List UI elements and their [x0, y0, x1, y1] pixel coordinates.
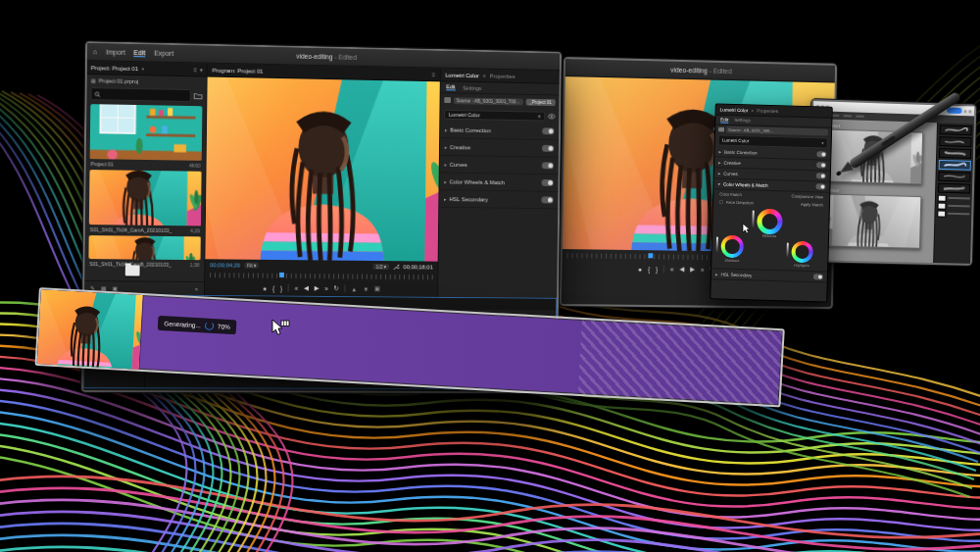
go-to-in-button[interactable]: « — [670, 266, 674, 273]
section-creative[interactable]: ▸ Creative — [440, 138, 559, 158]
midtones-wheel[interactable] — [757, 209, 783, 235]
resolution-dropdown[interactable]: 1/2 ▾ — [373, 264, 390, 270]
chevron-right-icon: ▸ — [715, 271, 718, 276]
toggle[interactable] — [542, 179, 554, 186]
section-color-wheels[interactable]: ▸ Color Wheels & Match — [439, 173, 558, 191]
panel-menu-icon[interactable]: ≡ — [432, 72, 435, 77]
brush-preset[interactable] — [939, 136, 971, 147]
toggle[interactable] — [542, 145, 554, 152]
fit-dropdown[interactable]: Fit ▾ — [244, 263, 259, 269]
search-input[interactable] — [90, 87, 190, 102]
menu-export[interactable]: Export — [154, 50, 173, 57]
tab-lumetri-color[interactable]: Lumetri Color — [446, 72, 479, 78]
media-thumbnail[interactable] — [89, 170, 202, 226]
shadows-slider[interactable] — [716, 236, 718, 252]
playhead[interactable] — [649, 253, 654, 258]
step-back-button[interactable]: ◀ — [679, 266, 684, 274]
home-icon[interactable]: ⌂ — [93, 48, 97, 55]
tab-lumetri-color[interactable]: Lumetri Color — [720, 107, 749, 113]
new-item-icon[interactable] — [125, 265, 140, 276]
go-to-in-button[interactable]: « — [295, 284, 299, 291]
lift-button[interactable]: ▲ — [351, 285, 357, 292]
layer-row[interactable] — [938, 203, 970, 210]
media-name[interactable]: S01_Sh01_Tk04_CamA_20210103_ — [90, 226, 172, 233]
shadows-wheel[interactable] — [720, 235, 744, 259]
toggle[interactable] — [813, 274, 823, 279]
tab-properties[interactable]: Properties — [490, 73, 515, 78]
list-view-icon[interactable]: ≡ — [193, 67, 197, 73]
brush-preset[interactable] — [940, 125, 972, 135]
brush-preset[interactable] — [939, 148, 971, 159]
extract-button[interactable]: ▼ — [363, 285, 368, 292]
brush-preset[interactable] — [938, 183, 970, 194]
current-timecode[interactable]: 00;00;04;29 — [210, 262, 240, 268]
tab-settings[interactable]: Settings — [463, 84, 481, 90]
toggle[interactable] — [542, 162, 554, 169]
add-marker-button[interactable]: ● — [263, 284, 267, 291]
folder-icon[interactable] — [194, 92, 203, 99]
add-marker-button[interactable]: ● — [638, 266, 642, 273]
tab-edit[interactable]: Edit — [720, 117, 728, 123]
highlights-slider[interactable] — [786, 242, 788, 257]
toggle[interactable] — [816, 174, 826, 179]
toggle[interactable] — [816, 163, 826, 169]
share-button[interactable] — [947, 108, 962, 114]
tab-program[interactable]: Program: Project 01 — [213, 67, 264, 74]
tab-edit[interactable]: Edit — [446, 83, 455, 90]
go-to-out-button[interactable]: » — [324, 285, 328, 292]
checkbox-icon[interactable]: ☐ — [719, 199, 723, 204]
chevron-right-icon: ▸ — [445, 144, 447, 150]
step-back-button[interactable]: ◀ — [304, 284, 309, 292]
layer-row[interactable] — [937, 210, 969, 217]
media-thumbnail[interactable] — [88, 235, 200, 260]
clip-icon — [718, 126, 724, 131]
menu-edit[interactable]: Edit — [133, 49, 145, 57]
play-button[interactable]: ▶ — [315, 284, 319, 292]
toggle[interactable] — [542, 127, 554, 134]
project-chip[interactable]: _Project 01 — [525, 98, 555, 105]
layer-row[interactable] — [938, 195, 970, 202]
play-button[interactable]: ▶ — [690, 266, 695, 274]
chevron-right-icon: ▸ — [718, 148, 721, 154]
tab-settings[interactable]: Settings — [734, 118, 751, 123]
project-file-label[interactable]: Project 01.prproj — [99, 77, 139, 84]
section-curves[interactable]: ▸ Curves — [440, 156, 559, 175]
section-basic-correction[interactable]: ▸ Basic Correction — [440, 122, 559, 141]
mark-out-button[interactable]: } — [280, 284, 282, 291]
face-detection-label[interactable]: Face Detection — [726, 199, 754, 205]
source-clip-label[interactable]: Source · AB_S001_S00... — [726, 126, 828, 136]
go-to-out-button[interactable]: » — [701, 266, 705, 273]
close-icon[interactable]: × — [195, 285, 199, 291]
export-frame-button[interactable]: ▣ — [374, 285, 380, 293]
preset-dropdown[interactable]: Lumetri Color ▾ — [444, 109, 545, 121]
tab-project[interactable]: Project: Project 01 — [91, 65, 138, 72]
loop-button[interactable]: ↻ — [333, 284, 338, 292]
media-name[interactable]: Project 01 — [91, 161, 114, 167]
menu-import[interactable]: Import — [106, 48, 125, 55]
apply-match-button[interactable]: Apply Match — [801, 201, 823, 207]
close-icon[interactable]: × — [141, 66, 145, 72]
toggle[interactable] — [541, 196, 553, 203]
wrench-icon[interactable] — [393, 264, 400, 271]
mark-in-button[interactable]: { — [272, 284, 274, 291]
tab-properties[interactable]: Properties — [757, 108, 778, 114]
mark-in-button[interactable]: { — [648, 266, 650, 273]
eye-icon[interactable] — [548, 113, 556, 119]
playhead[interactable] — [279, 273, 284, 277]
comparison-view-button[interactable]: Comparison View — [791, 193, 823, 199]
toggle[interactable] — [816, 152, 826, 158]
highlights-wheel[interactable] — [791, 241, 813, 264]
brush-preset[interactable] — [938, 172, 970, 182]
chevron-down-icon: ▾ — [384, 264, 387, 270]
section-hsl-secondary[interactable]: ▸ HSL Secondary — [439, 190, 558, 209]
chevron-down-icon[interactable]: ▾ — [200, 66, 203, 73]
storyboard-frame-2[interactable] — [826, 194, 921, 249]
toggle[interactable] — [815, 184, 825, 190]
close-icon[interactable]: × — [483, 73, 486, 78]
midtones-slider[interactable] — [752, 210, 755, 227]
mark-out-button[interactable]: } — [656, 266, 658, 273]
close-icon[interactable]: × — [751, 108, 754, 113]
media-thumbnail[interactable] — [90, 104, 203, 161]
brush-preset-selected[interactable] — [939, 160, 971, 171]
source-clip-label[interactable]: Source · AB_S001_S001_T00... — [454, 97, 523, 105]
